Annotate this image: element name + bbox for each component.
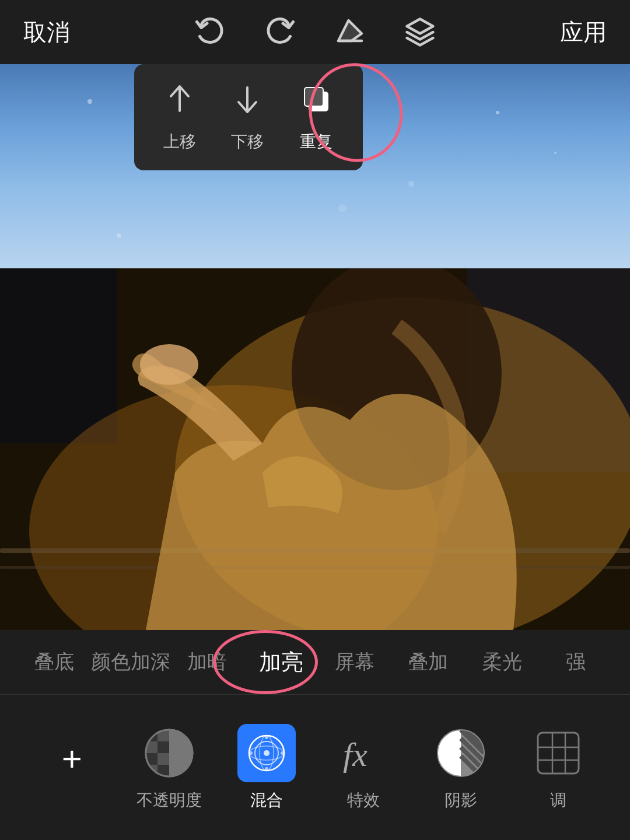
move-down-label: 下移	[231, 131, 264, 153]
add-layer-button[interactable]: +	[23, 738, 121, 796]
opacity-icon	[140, 724, 198, 782]
effects-label: 特效	[347, 789, 380, 811]
svg-point-35	[281, 751, 284, 755]
svg-rect-17	[146, 730, 158, 741]
apply-button[interactable]: 应用	[560, 16, 607, 48]
arrow-down-icon	[233, 82, 262, 124]
blend-overlay-base[interactable]: 叠底	[18, 643, 91, 681]
blend-overlay[interactable]: 叠加	[391, 643, 465, 681]
svg-point-32	[265, 736, 268, 739]
cancel-button[interactable]: 取消	[23, 16, 70, 48]
svg-rect-25	[169, 730, 192, 776]
svg-text:fx: fx	[343, 736, 368, 774]
opacity-label: 不透明度	[136, 789, 202, 811]
bottom-toolbar: +	[0, 694, 630, 840]
plus-icon: +	[62, 738, 82, 796]
arrow-up-icon	[165, 82, 194, 124]
blend-color-deepen[interactable]: 颜色加深	[91, 643, 170, 681]
blend-brighten[interactable]: 加亮	[244, 642, 318, 683]
blend-icon	[237, 724, 296, 782]
adjust-tool[interactable]: 调	[509, 724, 607, 811]
svg-point-34	[249, 751, 253, 755]
svg-rect-23	[146, 765, 158, 776]
adjust-icon	[529, 724, 587, 782]
opacity-tool[interactable]: 不透明度	[121, 724, 218, 811]
main-image-area	[0, 268, 630, 630]
effects-icon: fx	[334, 724, 393, 782]
svg-rect-6	[0, 268, 117, 443]
svg-rect-20	[158, 741, 169, 753]
layer-menu-duplicate[interactable]: 重复	[299, 82, 334, 153]
svg-rect-22	[158, 753, 169, 765]
top-toolbar: 取消	[0, 0, 630, 64]
blend-darken[interactable]: 加暗	[170, 643, 244, 681]
svg-point-33	[265, 767, 268, 771]
duplicate-label: 重复	[300, 131, 332, 153]
adjust-label: 调	[550, 789, 566, 811]
layer-context-menu: 上移 下移 重复	[134, 64, 363, 170]
blend-soft-light[interactable]: 柔光	[465, 643, 538, 681]
svg-rect-46	[538, 733, 579, 774]
effects-tool[interactable]: fx 特效	[315, 724, 412, 811]
shadow-icon	[432, 724, 490, 782]
blend-items: 叠底 颜色加深 加暗 加亮 屏幕 叠加 柔光 强	[0, 642, 630, 683]
redo-button[interactable]	[262, 15, 298, 50]
svg-rect-4	[304, 88, 323, 106]
shadow-tool[interactable]: 阴影	[412, 724, 510, 811]
svg-point-31	[264, 750, 270, 756]
layers-button[interactable]	[402, 15, 438, 50]
layer-menu-move-down[interactable]: 下移	[231, 82, 264, 153]
blend-screen[interactable]: 屏幕	[318, 643, 391, 681]
eraser-button[interactable]	[332, 15, 368, 50]
blend-tool[interactable]: 混合	[218, 724, 315, 811]
duplicate-icon	[299, 82, 334, 124]
layer-menu-move-up[interactable]: 上移	[163, 82, 196, 153]
shadow-label: 阴影	[444, 789, 477, 811]
blend-hard-light[interactable]: 强	[539, 643, 612, 681]
toolbar-icons	[192, 15, 438, 50]
move-up-label: 上移	[163, 131, 196, 153]
undo-button[interactable]	[192, 15, 228, 50]
svg-point-13	[140, 344, 198, 385]
blend-label: 混合	[250, 789, 283, 811]
blend-mode-bar: 叠底 颜色加深 加暗 加亮 屏幕 叠加 柔光 强	[0, 630, 630, 694]
